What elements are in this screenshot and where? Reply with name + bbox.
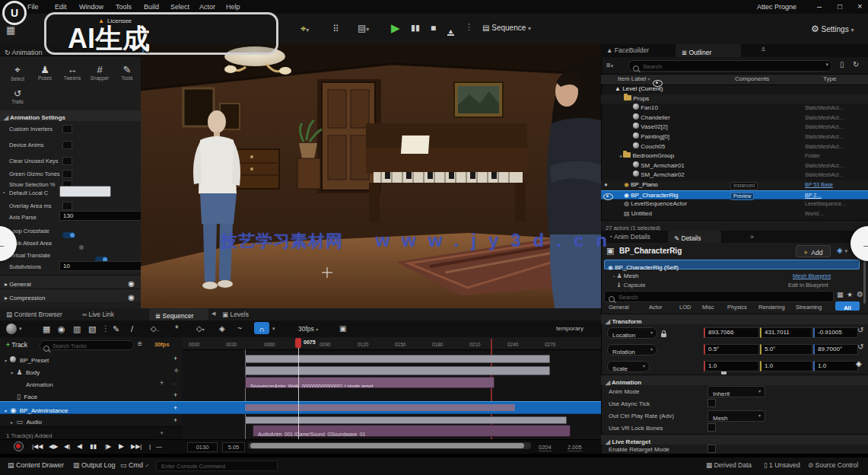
details-search[interactable]	[604, 291, 834, 302]
outliner-row[interactable]: Couch05 StaticMeshAct…	[601, 142, 868, 152]
clip-audio-top[interactable]	[245, 416, 567, 424]
general-section[interactable]: ▸ General ◉	[0, 275, 141, 289]
tab-more-icon[interactable]: ≛	[761, 46, 766, 53]
select-tool-icon[interactable]: ⌖▾	[300, 23, 309, 35]
step-back-button[interactable]: ◀|	[64, 443, 70, 450]
chip-physics[interactable]: Physics	[727, 304, 747, 311]
outliner-row[interactable]: SM_Armchair01 StaticMeshAct…	[601, 161, 868, 171]
clip-animinstance[interactable]	[245, 404, 515, 411]
toggle-on[interactable]	[62, 232, 75, 238]
cmd-button[interactable]: ▭ Cmd ✓	[120, 461, 149, 469]
component-self-row[interactable]: ◉ BP_CharacterRig (Self)	[604, 260, 860, 269]
outliner-row[interactable]: Painting[0] StaticMeshAct…	[601, 132, 868, 142]
snap-tool-icon[interactable]: ▤▾	[358, 23, 369, 33]
location-y-field[interactable]: 431.7011	[760, 327, 812, 338]
rotation-reset-icon[interactable]: ↺	[857, 343, 863, 351]
anim-mode-dropdown[interactable]: Inherit▾	[707, 386, 765, 397]
timeline-scrollbar-thumb[interactable]	[250, 443, 524, 448]
section-options-icon[interactable]: …	[172, 377, 177, 389]
outliner-row[interactable]: ▲ Level (Current)	[601, 84, 868, 94]
transform-tool-icon[interactable]: ⠿	[332, 24, 339, 34]
source-control-button[interactable]: ⊘ Source Control	[808, 461, 858, 469]
add-section-icon[interactable]: ✧	[173, 365, 180, 377]
menu-file[interactable]: File	[27, 3, 39, 11]
details-search-input[interactable]	[617, 292, 818, 302]
outliner-refresh-icon[interactable]: ↻	[853, 60, 859, 69]
playhead-line[interactable]	[298, 339, 299, 439]
tab-outliner[interactable]: ≣ Outliner	[676, 44, 741, 57]
reset-circle-icon[interactable]: ◉	[128, 291, 135, 304]
outliner-search[interactable]: ▾	[628, 60, 832, 72]
range-end-field[interactable]: 0204	[539, 444, 552, 451]
menu-edit[interactable]: Edit	[55, 3, 67, 11]
tool-trails[interactable]: ↺ Trails	[5, 88, 30, 104]
track-row-bp-preset[interactable]: ▾ BP_Preset +	[0, 352, 183, 365]
footer-add-icon[interactable]: +	[160, 427, 164, 440]
seq-curve-chevron-icon[interactable]: ▾	[272, 326, 275, 332]
setting-box[interactable]	[62, 125, 72, 133]
pause-transport-button[interactable]: ▮▮	[90, 443, 97, 450]
setting-box[interactable]	[62, 170, 72, 178]
component-capsule-row[interactable]: ♝ Capsule	[616, 282, 646, 289]
col-components[interactable]: Components	[735, 75, 769, 82]
seq-keyline-icon[interactable]: /	[131, 324, 133, 333]
animation-section-header[interactable]: ◢ Animation	[601, 375, 868, 385]
play-rate-dropdown[interactable]: Mesh▾	[707, 410, 765, 422]
toggle-off[interactable]	[78, 244, 91, 250]
scale-extra-icon[interactable]: ◈	[856, 359, 862, 368]
range-start-field[interactable]: 0130	[187, 442, 218, 452]
anim-settings-section[interactable]: ◢ Animation Settings	[0, 110, 141, 121]
menu-actor[interactable]: Actor	[199, 3, 215, 11]
outliner-row[interactable]: SM_Armchair02 StaticMeshAct…	[601, 171, 868, 180]
chip-actor[interactable]: Actor	[649, 304, 663, 311]
track-row-animation[interactable]: Animation + …	[0, 377, 183, 389]
mesh-blueprint-link[interactable]: Mesh Blueprint	[793, 273, 831, 279]
color-swatch[interactable]	[59, 186, 111, 197]
rotation-y-field[interactable]: 5.0°	[760, 344, 812, 355]
chip-rendering[interactable]: Rendering	[758, 304, 785, 311]
seq-save-icon[interactable]: ▦	[43, 324, 50, 334]
component-mesh-row[interactable]: ▪ ♟ Mesh	[613, 273, 638, 279]
seq-keyoptions-icon[interactable]: ◇▾	[196, 324, 205, 333]
vr-lock-checkbox[interactable]	[707, 423, 716, 432]
menu-tools[interactable]: Tools	[116, 3, 132, 11]
sequencer-options-chevron-icon[interactable]: ▾	[19, 326, 22, 332]
add-section-icon[interactable]: +	[173, 414, 177, 426]
outliner-filter-icon[interactable]: ≡▾	[606, 61, 613, 69]
menu-select[interactable]: Select	[170, 3, 189, 11]
tool-poses[interactable]: ♟ Poses	[32, 64, 58, 81]
tab-scroll-left-icon[interactable]: ◀	[211, 311, 215, 317]
add-section-icon[interactable]: +	[160, 377, 164, 389]
rotation-dropdown[interactable]: Rotation▾	[607, 344, 657, 355]
add-section-icon[interactable]: +	[173, 352, 177, 365]
location-x-field[interactable]: 893.7066	[704, 327, 759, 338]
play-button[interactable]: ▶	[391, 21, 400, 35]
outliner-row[interactable]: Fan10 StaticMeshAct…	[601, 104, 868, 113]
details-gear-icon[interactable]: ⚙	[857, 290, 863, 298]
console-input[interactable]	[160, 461, 275, 471]
row-type[interactable]: BP 53 Base	[805, 180, 833, 190]
outliner-row[interactable]: ◂ BedroomGroup Folder	[601, 151, 868, 161]
menu-build[interactable]: Build	[144, 3, 159, 11]
tab-facebuilder[interactable]: ▲ FaceBuilder	[606, 46, 649, 54]
seq-autokey-icon[interactable]: *	[175, 324, 179, 334]
loop-mode-button[interactable]: —	[156, 443, 162, 450]
add-component-button[interactable]: + Add	[796, 245, 831, 257]
loop-button[interactable]: |	[149, 443, 151, 450]
sequence-button[interactable]: ▤ Sequence ▾	[482, 24, 531, 32]
setting-box[interactable]	[62, 141, 72, 149]
sequence-slate-name[interactable]: temporary	[556, 325, 583, 332]
retarget-mode-checkbox[interactable]	[707, 445, 716, 453]
transform-section-header[interactable]: ◢ Transform	[601, 314, 868, 324]
tab-content-browser[interactable]: ▤ Content Browser	[6, 311, 62, 318]
seq-camera-icon[interactable]: ◉	[58, 324, 65, 334]
seq-more-icon[interactable]: ⋮	[102, 324, 110, 333]
track-row-audio[interactable]: ▸ ▭ Audio +	[0, 414, 183, 426]
go-to-end-button[interactable]: ▶▶|	[131, 443, 141, 450]
tab-sequencer[interactable]: ≣ Sequencer	[149, 308, 208, 320]
output-log-button[interactable]: ▥ Output Log	[73, 461, 116, 469]
go-to-start-button[interactable]: |◀◀	[32, 443, 43, 450]
timeline-scrollbar[interactable]	[248, 442, 531, 449]
chip-all[interactable]: All	[835, 301, 860, 311]
range-end2-field[interactable]: 2.005	[568, 444, 582, 451]
